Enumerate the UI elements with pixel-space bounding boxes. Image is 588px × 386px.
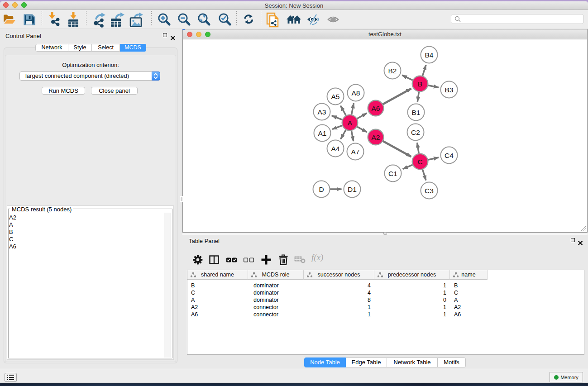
- svg-text:C4: C4: [445, 152, 454, 159]
- svg-text:B2: B2: [388, 67, 397, 75]
- svg-text:B1: B1: [412, 109, 421, 116]
- svg-text:B3: B3: [445, 86, 454, 94]
- svg-text:A3: A3: [318, 108, 326, 116]
- svg-text:A8: A8: [352, 89, 360, 97]
- svg-text:C3: C3: [425, 187, 434, 195]
- svg-text:A4: A4: [331, 145, 340, 152]
- svg-text:A2: A2: [372, 133, 380, 141]
- svg-text:C2: C2: [411, 129, 420, 136]
- svg-text:B4: B4: [425, 51, 434, 59]
- svg-text:A7: A7: [351, 148, 360, 156]
- svg-text:A6: A6: [372, 105, 380, 112]
- svg-text:D: D: [319, 186, 324, 193]
- svg-text:A1: A1: [318, 129, 327, 137]
- svg-text:C: C: [417, 158, 422, 166]
- svg-text:A: A: [348, 119, 353, 127]
- svg-text:B: B: [418, 80, 422, 88]
- svg-text:D1: D1: [348, 186, 357, 193]
- svg-text:C1: C1: [388, 170, 397, 177]
- svg-text:A5: A5: [331, 93, 340, 100]
